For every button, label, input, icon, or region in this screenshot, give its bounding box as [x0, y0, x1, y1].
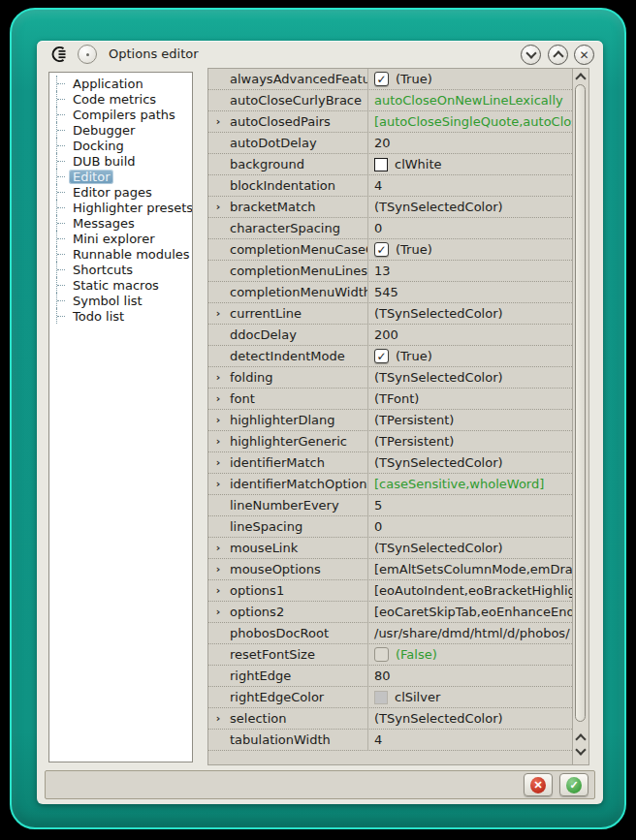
checkbox[interactable]: ✓	[374, 349, 389, 363]
property-row-options1[interactable]: ›options1[eoAutoIndent,eoBracketHighligh…	[208, 580, 572, 602]
expand-arrow-icon[interactable]: ›	[208, 452, 228, 473]
property-row-detectIndentMode[interactable]: detectIndentMode✓(True)	[208, 346, 572, 367]
checkbox[interactable]: ✓	[374, 242, 389, 257]
scrollbar-thumb[interactable]	[575, 84, 586, 722]
expand-arrow-icon[interactable]: ›	[208, 580, 228, 601]
sidebar-item-docking[interactable]: Docking	[56, 138, 192, 153]
property-value[interactable]: (TSynSelectedColor)	[368, 303, 572, 324]
sidebar-item-static-macros[interactable]: Static macros	[56, 277, 192, 293]
property-value[interactable]: 545	[368, 282, 572, 302]
expand-arrow-icon[interactable]: ›	[208, 111, 228, 132]
property-row-characterSpacing[interactable]: characterSpacing0	[208, 218, 572, 239]
expand-arrow-icon[interactable]: ›	[208, 197, 228, 217]
property-value[interactable]: 200	[368, 325, 572, 345]
property-row-autoClosedPairs[interactable]: ›autoClosedPairs[autoCloseSingleQuote,au…	[208, 111, 572, 133]
property-value[interactable]: 80	[368, 666, 572, 686]
property-value[interactable]: autoCloseOnNewLineLexically	[368, 90, 572, 110]
sidebar-item-shortcuts[interactable]: Shortcuts	[56, 262, 192, 277]
property-value[interactable]: [eoCaretSkipTab,eoEnhanceEndKe	[368, 602, 572, 622]
property-row-autoDotDelay[interactable]: autoDotDelay20	[208, 133, 572, 154]
property-value[interactable]: (TSynSelectedColor)	[368, 538, 572, 558]
property-row-selection[interactable]: ›selection(TSynSelectedColor)	[208, 708, 572, 730]
property-value[interactable]: 0	[368, 516, 572, 537]
expand-arrow-icon[interactable]: ›	[208, 559, 228, 579]
window-menu-button[interactable]	[78, 45, 97, 64]
property-row-background[interactable]: backgroundclWhite	[208, 154, 572, 175]
property-row-lineNumberEvery[interactable]: lineNumberEvery5	[208, 495, 572, 516]
property-value[interactable]: (False)	[368, 644, 572, 665]
scroll-up-icon[interactable]	[577, 74, 585, 81]
property-row-completionMenuLines[interactable]: completionMenuLines13	[208, 261, 572, 282]
property-value[interactable]: [autoCloseSingleQuote,autoCloseDo	[368, 111, 572, 132]
property-row-resetFontSize[interactable]: resetFontSize(False)	[208, 644, 572, 666]
expand-arrow-icon[interactable]: ›	[208, 474, 228, 494]
property-value[interactable]: ✓(True)	[368, 346, 572, 366]
sidebar-item-compilers-paths[interactable]: Compilers paths	[56, 107, 192, 122]
property-value[interactable]: (TPersistent)	[368, 431, 572, 451]
sidebar-item-todo-list[interactable]: Todo list	[56, 308, 192, 324]
property-row-font[interactable]: ›font(TFont)	[208, 389, 572, 410]
expand-arrow-icon[interactable]: ›	[208, 410, 228, 430]
property-value[interactable]: ✓(True)	[368, 239, 572, 260]
property-row-completionMenuCaseCare[interactable]: completionMenuCaseCare✓(True)	[208, 239, 572, 261]
expand-arrow-icon[interactable]: ›	[208, 303, 228, 324]
property-value[interactable]: /usr/share/dmd/html/d/phobos/	[368, 623, 572, 643]
property-value[interactable]: (TSynSelectedColor)	[368, 708, 572, 729]
property-row-blockIndentation[interactable]: blockIndentation4	[208, 175, 572, 197]
expand-arrow-icon[interactable]: ›	[208, 708, 228, 729]
property-row-alwaysAdvancedFeatures[interactable]: alwaysAdvancedFeatures✓(True)	[208, 69, 572, 90]
property-row-highlighterDlang[interactable]: ›highlighterDlang(TPersistent)	[208, 410, 572, 431]
sidebar-item-code-metrics[interactable]: Code metrics	[56, 91, 192, 107]
accept-button[interactable]: ✓	[559, 773, 588, 796]
property-value[interactable]: 4	[368, 175, 572, 196]
property-row-autoCloseCurlyBrace[interactable]: autoCloseCurlyBraceautoCloseOnNewLineLex…	[208, 90, 572, 111]
property-row-rightEdge[interactable]: rightEdge80	[208, 666, 572, 687]
checkbox[interactable]: ✓	[374, 72, 389, 86]
minimize-button[interactable]	[521, 45, 541, 65]
property-row-completionMenuWidth[interactable]: completionMenuWidth545	[208, 282, 572, 303]
expand-arrow-icon[interactable]: ›	[208, 389, 228, 409]
scroll-up-icon-bottom[interactable]	[577, 734, 585, 742]
expand-arrow-icon[interactable]: ›	[208, 538, 228, 558]
property-row-rightEdgeColor[interactable]: rightEdgeColorclSilver	[208, 687, 572, 708]
sidebar-item-debugger[interactable]: Debugger	[56, 122, 192, 138]
property-value[interactable]: (TPersistent)	[368, 410, 572, 430]
property-row-folding[interactable]: ›folding(TSynSelectedColor)	[208, 367, 572, 389]
property-row-mouseLink[interactable]: ›mouseLink(TSynSelectedColor)	[208, 538, 572, 559]
sidebar-item-editor-pages[interactable]: Editor pages	[56, 184, 192, 200]
property-row-currentLine[interactable]: ›currentLine(TSynSelectedColor)	[208, 303, 572, 325]
sidebar-item-dub-build[interactable]: DUB build	[56, 153, 192, 169]
sidebar-item-runnable-modules[interactable]: Runnable modules	[56, 246, 192, 262]
property-row-mouseOptions[interactable]: ›mouseOptions[emAltSetsColumnMode,emDrag…	[208, 559, 572, 580]
expand-arrow-icon[interactable]: ›	[208, 431, 228, 451]
property-value[interactable]: clWhite	[368, 154, 572, 174]
sidebar-item-application[interactable]: Application	[56, 76, 192, 91]
vertical-scrollbar[interactable]	[572, 69, 588, 764]
property-row-options2[interactable]: ›options2[eoCaretSkipTab,eoEnhanceEndKe	[208, 602, 572, 623]
sidebar-item-highlighter-presets[interactable]: Highlighter presets	[56, 200, 192, 215]
property-value[interactable]: 5	[368, 495, 572, 515]
close-button[interactable]: ✕	[574, 45, 594, 65]
property-value[interactable]: clSilver	[368, 687, 572, 707]
titlebar[interactable]: Options editor ✕	[37, 41, 603, 68]
property-row-tabulationWidth[interactable]: tabulationWidth4	[208, 730, 572, 751]
property-row-bracketMatch[interactable]: ›bracketMatch(TSynSelectedColor)	[208, 197, 572, 218]
property-row-identifierMatchOptions[interactable]: ›identifierMatchOptions[caseSensitive,wh…	[208, 474, 572, 495]
property-value[interactable]: 13	[368, 261, 572, 281]
maximize-button[interactable]	[548, 45, 568, 65]
property-value[interactable]: (TSynSelectedColor)	[368, 197, 572, 217]
property-value[interactable]: 4	[368, 730, 572, 750]
scroll-down-icon[interactable]	[577, 748, 585, 756]
expand-arrow-icon[interactable]: ›	[208, 602, 228, 622]
property-row-highlighterGeneric[interactable]: ›highlighterGeneric(TPersistent)	[208, 431, 572, 452]
property-value[interactable]: [eoAutoIndent,eoBracketHighlight	[368, 580, 572, 601]
property-row-phobosDocRoot[interactable]: phobosDocRoot/usr/share/dmd/html/d/phobo…	[208, 623, 572, 644]
property-value[interactable]: (TSynSelectedColor)	[368, 452, 572, 473]
property-row-identifierMatch[interactable]: ›identifierMatch(TSynSelectedColor)	[208, 452, 572, 474]
property-value[interactable]: [caseSensitive,wholeWord]	[368, 474, 572, 494]
sidebar-item-editor[interactable]: Editor	[56, 169, 192, 184]
property-value[interactable]: [emAltSetsColumnMode,emDragDro	[368, 559, 572, 579]
expand-arrow-icon[interactable]: ›	[208, 367, 228, 388]
property-value[interactable]: 20	[368, 133, 572, 153]
sidebar-item-symbol-list[interactable]: Symbol list	[56, 293, 192, 308]
